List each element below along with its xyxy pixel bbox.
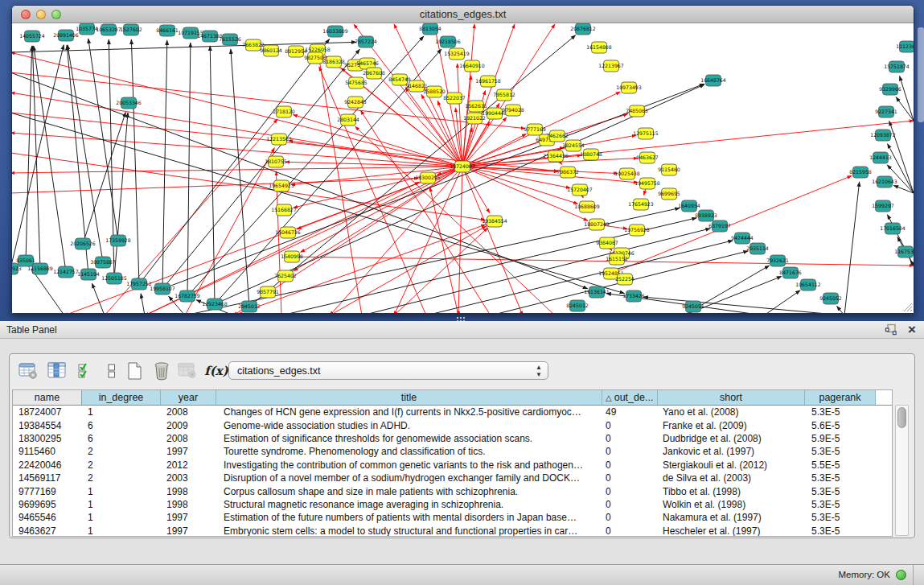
row-height-icon[interactable] — [100, 359, 124, 383]
network-window-titlebar[interactable]: citations_edges.txt — [12, 6, 914, 23]
graph-node[interactable]: 21364436 — [543, 150, 569, 162]
new-column-icon[interactable] — [122, 359, 146, 383]
graph-node[interactable]: 10688609 — [574, 201, 600, 212]
graph-edge[interactable] — [92, 283, 105, 313]
graph-node[interactable]: 1921022 — [463, 113, 486, 124]
graph-edge[interactable] — [210, 46, 215, 304]
cell-out_degree[interactable]: 49 — [602, 406, 658, 418]
cell-name[interactable]: 9463627 — [13, 525, 82, 537]
table-selector[interactable]: citations_edges.txt ▲▼ — [228, 361, 548, 380]
graph-node[interactable]: 19384554 — [482, 216, 507, 227]
graph-node[interactable]: 20053346 — [116, 97, 142, 109]
graph-node[interactable]: 17359928 — [105, 235, 131, 246]
cell-short[interactable]: Dudbridge et al. (2008) — [658, 433, 805, 444]
graph-edge[interactable] — [114, 113, 128, 278]
graph-node[interactable]: 17654923 — [628, 199, 654, 210]
cell-out_degree[interactable]: 0 — [602, 525, 658, 537]
graph-edge[interactable] — [131, 39, 139, 284]
column-header-out_degree[interactable]: △out_de... — [602, 390, 658, 405]
cell-short[interactable]: Yano et al. (2008) — [658, 406, 805, 418]
cell-title[interactable]: Structural magnetic resonance image aver… — [216, 499, 602, 510]
graph-node[interactable]: 14055724 — [19, 31, 45, 42]
table-row[interactable]: 1938455462009Genome-wide association stu… — [13, 418, 892, 431]
graph-node[interactable]: 17016504 — [880, 223, 906, 234]
graph-edge[interactable] — [139, 39, 330, 284]
graph-node[interactable]: 9384067 — [596, 237, 618, 249]
graph-node[interactable]: 16154808 — [586, 42, 612, 53]
graph-node[interactable]: 15325419 — [444, 48, 470, 60]
table-row[interactable]: 946362711997Embryonic stem cells: a mode… — [13, 525, 892, 537]
column-header-year[interactable]: year — [161, 390, 216, 405]
cell-name[interactable]: 9465546 — [13, 512, 82, 523]
cell-name[interactable]: 14569117 — [13, 472, 82, 484]
table-row[interactable]: 2242004622012Investigating the contribut… — [13, 459, 892, 472]
cell-title[interactable]: Changes of HCN gene expression and I(f) … — [216, 406, 602, 418]
graph-node[interactable]: 1080748 — [580, 149, 602, 160]
graph-node[interactable]: 1035774 — [76, 23, 98, 35]
column-header-short[interactable]: short — [658, 390, 805, 405]
graph-node[interactable]: 7932621 — [766, 255, 789, 266]
graph-node[interactable]: 9245051 — [682, 301, 704, 312]
cell-pagerank[interactable]: 5.3E-5 — [805, 406, 876, 418]
graph-node[interactable]: 12093872 — [870, 130, 896, 141]
memory-status-indicator[interactable] — [896, 570, 906, 580]
cell-short[interactable]: Jankovic et al. (1997) — [658, 446, 805, 457]
graph-node[interactable]: 16210643 — [872, 176, 897, 187]
graph-edge[interactable] — [462, 167, 618, 173]
graph-edge[interactable] — [643, 297, 844, 313]
cell-title[interactable]: Estimation of the future numbers of pati… — [216, 512, 602, 523]
graph-node[interactable]: 3915923 — [12, 263, 22, 274]
graph-edge[interactable] — [292, 257, 914, 266]
graph-node[interactable]: 8186328 — [322, 56, 345, 68]
cell-in_degree[interactable]: 1 — [82, 499, 161, 510]
graph-node[interactable]: 30975887 — [90, 257, 116, 268]
graph-edge[interactable] — [12, 93, 462, 167]
cell-title[interactable]: Genome-wide association studies in ADHD. — [216, 420, 602, 431]
close-panel-icon[interactable]: × — [908, 321, 916, 339]
cell-pagerank[interactable]: 5.3E-5 — [805, 472, 876, 484]
select-all-icon[interactable] — [74, 359, 98, 383]
graph-node[interactable]: 1810755 — [265, 156, 287, 167]
cell-name[interactable]: 9115460 — [13, 446, 82, 457]
cell-year[interactable]: 2009 — [161, 420, 216, 431]
graph-node[interactable]: 9860124 — [260, 45, 282, 56]
graph-edge[interactable] — [893, 185, 914, 193]
cell-short[interactable]: Hescheler et al. (1997) — [658, 525, 805, 537]
cell-title[interactable]: Corpus callosum shape and size in male p… — [216, 486, 602, 497]
graph-node[interactable]: 7986372 — [556, 167, 579, 178]
graph-node[interactable]: 10654112 — [795, 279, 821, 290]
graph-node[interactable]: 6379197 — [708, 220, 731, 232]
graph-node[interactable]: 15720407 — [567, 184, 593, 196]
graph-node[interactable]: 7462662 — [546, 130, 569, 142]
graph-node[interactable]: 8522037 — [443, 93, 466, 104]
cell-short[interactable]: Stergiakouli et al. (2012) — [658, 459, 805, 471]
graph-node[interactable]: 19495758 — [634, 178, 660, 189]
cell-short[interactable]: de Silva et al. (2003) — [658, 472, 805, 484]
graph-node[interactable]: 1615152 — [606, 253, 628, 265]
graph-node[interactable]: 9777169 — [524, 124, 546, 135]
graph-edge[interactable] — [32, 46, 40, 269]
graph-node[interactable]: 9227341 — [875, 106, 897, 117]
cell-year[interactable]: 2012 — [161, 459, 216, 471]
network-canvas[interactable]: 1405572420891406103577410653287152760284… — [12, 23, 914, 313]
graph-node[interactable]: 8471676 — [779, 267, 802, 278]
graph-node[interactable]: 9474444 — [731, 233, 754, 244]
graph-edge[interactable] — [12, 167, 462, 173]
cell-pagerank[interactable]: 5.5E-5 — [805, 459, 876, 471]
cell-year[interactable]: 2003 — [161, 472, 216, 484]
table-mode-icon[interactable] — [16, 359, 40, 383]
graph-edge[interactable] — [837, 306, 844, 313]
graph-node[interactable]: 8215958 — [849, 167, 872, 178]
graph-node[interactable]: 5475685 — [345, 77, 368, 89]
cell-name[interactable]: 18300295 — [13, 433, 82, 444]
graph-node[interactable]: 19218506 — [435, 36, 461, 47]
cell-year[interactable]: 2008 — [161, 433, 216, 444]
graph-node[interactable]: 9242843 — [344, 97, 367, 108]
graph-node[interactable]: 11156889 — [27, 263, 53, 274]
graph-node[interactable]: 2867608 — [363, 68, 385, 79]
graph-node[interactable]: 15166827 — [271, 204, 297, 216]
graph-node[interactable]: 12142757 — [53, 266, 79, 278]
graph-node[interactable]: 3824554 — [562, 140, 585, 151]
graph-node[interactable]: 15751874 — [884, 61, 910, 72]
graph-node[interactable]: 1588520 — [423, 86, 446, 97]
